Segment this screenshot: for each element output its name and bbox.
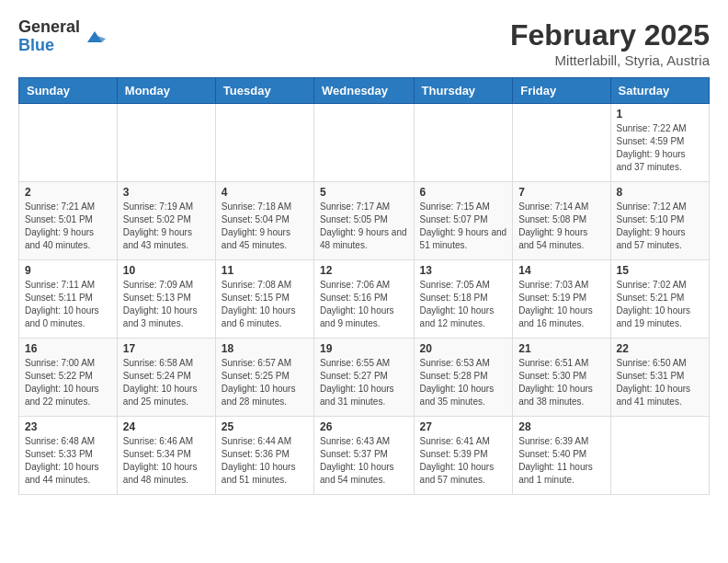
day-cell — [513, 104, 610, 182]
logo-blue: Blue — [18, 37, 80, 55]
day-info: Sunrise: 6:41 AM Sunset: 5:39 PM Dayligh… — [420, 436, 495, 485]
day-info: Sunrise: 6:58 AM Sunset: 5:24 PM Dayligh… — [123, 358, 198, 407]
day-cell — [215, 104, 313, 182]
day-number: 19 — [320, 342, 408, 355]
day-info: Sunrise: 7:00 AM Sunset: 5:22 PM Dayligh… — [25, 358, 99, 407]
weekday-header-saturday: Saturday — [610, 78, 709, 104]
day-cell: 18Sunrise: 6:57 AM Sunset: 5:25 PM Dayli… — [215, 339, 313, 417]
day-info: Sunrise: 7:06 AM Sunset: 5:16 PM Dayligh… — [320, 280, 394, 328]
day-cell: 1Sunrise: 7:22 AM Sunset: 4:59 PM Daylig… — [610, 104, 709, 182]
day-number: 27 — [420, 420, 507, 433]
day-cell: 26Sunrise: 6:43 AM Sunset: 5:37 PM Dayli… — [314, 417, 415, 495]
day-cell: 14Sunrise: 7:03 AM Sunset: 5:19 PM Dayli… — [513, 260, 610, 339]
month-year: February 2025 — [510, 18, 710, 52]
day-info: Sunrise: 6:57 AM Sunset: 5:25 PM Dayligh… — [222, 358, 296, 407]
day-number: 25 — [222, 420, 308, 433]
day-number: 22 — [617, 342, 703, 355]
logo-general: General — [18, 18, 80, 37]
day-cell: 6Sunrise: 7:15 AM Sunset: 5:07 PM Daylig… — [414, 182, 513, 260]
day-info: Sunrise: 7:18 AM Sunset: 5:04 PM Dayligh… — [222, 201, 291, 250]
day-info: Sunrise: 7:12 AM Sunset: 5:10 PM Dayligh… — [617, 201, 687, 250]
day-number: 28 — [518, 420, 604, 433]
day-cell: 5Sunrise: 7:17 AM Sunset: 5:05 PM Daylig… — [314, 182, 415, 260]
day-number: 23 — [25, 420, 111, 433]
day-number: 8 — [617, 186, 703, 199]
day-cell: 11Sunrise: 7:08 AM Sunset: 5:15 PM Dayli… — [215, 260, 313, 339]
logo-icon — [84, 26, 106, 48]
day-number: 3 — [123, 186, 210, 199]
day-cell: 23Sunrise: 6:48 AM Sunset: 5:33 PM Dayli… — [19, 417, 118, 495]
weekday-header-monday: Monday — [117, 78, 215, 104]
day-number: 14 — [518, 264, 604, 277]
day-cell: 27Sunrise: 6:41 AM Sunset: 5:39 PM Dayli… — [414, 417, 513, 495]
day-number: 26 — [320, 420, 408, 433]
page-header: General Blue February 2025 Mitterlabill,… — [18, 18, 710, 68]
week-row-3: 9Sunrise: 7:11 AM Sunset: 5:11 PM Daylig… — [19, 260, 710, 339]
day-info: Sunrise: 7:19 AM Sunset: 5:02 PM Dayligh… — [123, 201, 193, 250]
day-cell — [117, 104, 215, 182]
day-number: 1 — [617, 108, 703, 121]
day-info: Sunrise: 7:21 AM Sunset: 5:01 PM Dayligh… — [25, 201, 95, 250]
day-cell: 28Sunrise: 6:39 AM Sunset: 5:40 PM Dayli… — [513, 417, 610, 495]
day-number: 13 — [420, 264, 507, 277]
day-info: Sunrise: 7:11 AM Sunset: 5:11 PM Dayligh… — [25, 280, 99, 328]
day-info: Sunrise: 6:43 AM Sunset: 5:37 PM Dayligh… — [320, 436, 394, 485]
weekday-header-wednesday: Wednesday — [314, 78, 415, 104]
weekday-header-friday: Friday — [513, 78, 610, 104]
day-cell: 20Sunrise: 6:53 AM Sunset: 5:28 PM Dayli… — [414, 339, 513, 417]
week-row-5: 23Sunrise: 6:48 AM Sunset: 5:33 PM Dayli… — [19, 417, 710, 495]
day-cell: 24Sunrise: 6:46 AM Sunset: 5:34 PM Dayli… — [117, 417, 215, 495]
day-cell: 22Sunrise: 6:50 AM Sunset: 5:31 PM Dayli… — [610, 339, 709, 417]
day-cell — [19, 104, 118, 182]
day-number: 20 — [420, 342, 507, 355]
day-cell: 25Sunrise: 6:44 AM Sunset: 5:36 PM Dayli… — [215, 417, 313, 495]
day-cell: 19Sunrise: 6:55 AM Sunset: 5:27 PM Dayli… — [314, 339, 415, 417]
day-info: Sunrise: 7:17 AM Sunset: 5:05 PM Dayligh… — [320, 201, 407, 250]
weekday-header-tuesday: Tuesday — [215, 78, 313, 104]
day-cell: 7Sunrise: 7:14 AM Sunset: 5:08 PM Daylig… — [513, 182, 610, 260]
day-cell: 21Sunrise: 6:51 AM Sunset: 5:30 PM Dayli… — [513, 339, 610, 417]
day-info: Sunrise: 6:48 AM Sunset: 5:33 PM Dayligh… — [25, 436, 99, 485]
day-number: 16 — [25, 342, 111, 355]
day-number: 2 — [25, 186, 111, 199]
day-cell: 2Sunrise: 7:21 AM Sunset: 5:01 PM Daylig… — [19, 182, 118, 260]
day-info: Sunrise: 7:22 AM Sunset: 4:59 PM Dayligh… — [617, 123, 687, 172]
day-number: 17 — [123, 342, 210, 355]
day-cell: 13Sunrise: 7:05 AM Sunset: 5:18 PM Dayli… — [414, 260, 513, 339]
week-row-4: 16Sunrise: 7:00 AM Sunset: 5:22 PM Dayli… — [19, 339, 710, 417]
day-cell: 16Sunrise: 7:00 AM Sunset: 5:22 PM Dayli… — [19, 339, 118, 417]
logo: General Blue — [18, 18, 106, 55]
weekday-header-row: SundayMondayTuesdayWednesdayThursdayFrid… — [19, 78, 710, 104]
day-info: Sunrise: 7:03 AM Sunset: 5:19 PM Dayligh… — [518, 280, 593, 328]
weekday-header-sunday: Sunday — [19, 78, 118, 104]
week-row-1: 1Sunrise: 7:22 AM Sunset: 4:59 PM Daylig… — [19, 104, 710, 182]
day-info: Sunrise: 6:51 AM Sunset: 5:30 PM Dayligh… — [518, 358, 593, 407]
day-number: 15 — [617, 264, 703, 277]
day-info: Sunrise: 6:50 AM Sunset: 5:31 PM Dayligh… — [617, 358, 691, 407]
day-number: 18 — [222, 342, 308, 355]
location: Mitterlabill, Styria, Austria — [510, 52, 710, 68]
day-cell: 9Sunrise: 7:11 AM Sunset: 5:11 PM Daylig… — [19, 260, 118, 339]
day-number: 4 — [222, 186, 308, 199]
day-cell: 8Sunrise: 7:12 AM Sunset: 5:10 PM Daylig… — [610, 182, 709, 260]
day-cell — [314, 104, 415, 182]
day-cell: 3Sunrise: 7:19 AM Sunset: 5:02 PM Daylig… — [117, 182, 215, 260]
day-info: Sunrise: 6:39 AM Sunset: 5:40 PM Dayligh… — [518, 436, 593, 485]
day-cell — [414, 104, 513, 182]
day-number: 7 — [518, 186, 604, 199]
day-cell: 10Sunrise: 7:09 AM Sunset: 5:13 PM Dayli… — [117, 260, 215, 339]
day-cell: 15Sunrise: 7:02 AM Sunset: 5:21 PM Dayli… — [610, 260, 709, 339]
day-number: 5 — [320, 186, 408, 199]
day-info: Sunrise: 7:08 AM Sunset: 5:15 PM Dayligh… — [222, 280, 296, 328]
day-cell — [610, 417, 709, 495]
day-number: 24 — [123, 420, 210, 433]
day-number: 10 — [123, 264, 210, 277]
day-info: Sunrise: 7:15 AM Sunset: 5:07 PM Dayligh… — [420, 201, 507, 250]
day-info: Sunrise: 7:09 AM Sunset: 5:13 PM Dayligh… — [123, 280, 198, 328]
day-info: Sunrise: 7:14 AM Sunset: 5:08 PM Dayligh… — [518, 201, 588, 250]
day-cell: 17Sunrise: 6:58 AM Sunset: 5:24 PM Dayli… — [117, 339, 215, 417]
day-cell: 12Sunrise: 7:06 AM Sunset: 5:16 PM Dayli… — [314, 260, 415, 339]
calendar-table: SundayMondayTuesdayWednesdayThursdayFrid… — [18, 77, 710, 495]
day-number: 12 — [320, 264, 408, 277]
weekday-header-thursday: Thursday — [414, 78, 513, 104]
